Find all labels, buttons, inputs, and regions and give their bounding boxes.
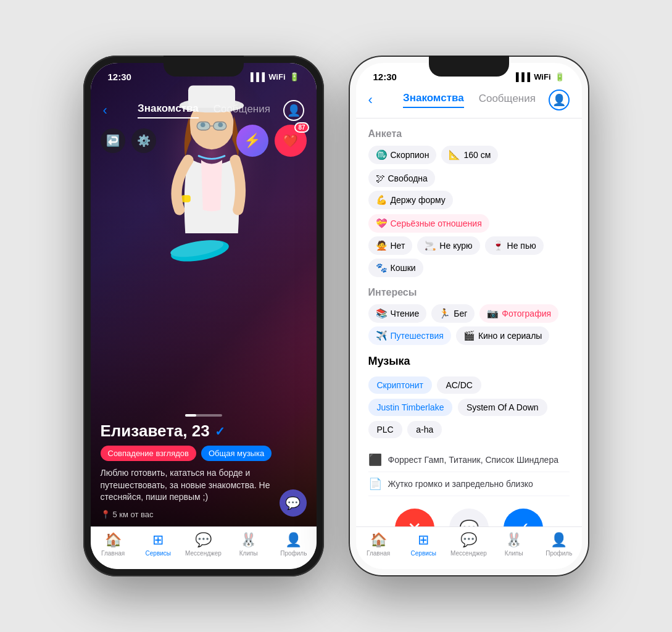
interests-title: Интересы [368,287,570,298]
profile-icon-right[interactable]: 👤 [549,89,570,110]
tag-status: 🕊Свободна [368,169,435,187]
music-tags-container: Скриптонит AC/DC Justin Timberlake Syste… [368,374,570,441]
media-books: 📄 Жутко громко и запредельно близко [368,472,570,496]
tab-messenger-right[interactable]: 💬 Мессенджер [450,532,487,557]
card-description: Люблю готовить, кататься на борде и путе… [101,467,307,504]
tab-home-label-right: Главная [367,550,390,557]
tag-children: 🙅Нет [368,236,413,255]
clips-icon-left: 🐰 [240,532,257,548]
tab-messenger-left[interactable]: 💬 Мессенджер [185,532,222,557]
tag-pets: 🐾Кошки [368,259,423,277]
signal-icon-right: ▐▐▐ [513,72,531,81]
time-right: 12:30 [373,72,397,82]
card-location: 📍 5 км от вас [101,510,307,519]
nav-header-right: ‹ Знакомства Сообщения 👤 [356,85,582,118]
signal-icon: ▐▐▐ [248,72,265,81]
left-phone: 12:30 ▐▐▐ WiFi 🔋 ‹ Знакомства Сообщения … [83,56,324,576]
card-name: Елизавета, 23 ✓ [101,422,307,441]
undo-button[interactable]: ↩️ [101,128,125,153]
profile-icon-tab-right: 👤 [550,532,567,548]
back-button-left[interactable]: ‹ [103,102,125,118]
interests-tags-row1: 📚Чтение 🏃Бег 📷Фотография [368,304,570,323]
tag-reading: 📚Чтение [368,304,427,323]
location-icon: 📍 [101,510,110,519]
card-action-right: ⚡ ❤️ 87 [236,125,307,157]
status-icons-right: ▐▐▐ WiFi 🔋 [513,72,565,81]
tab-services-label-right: Сервисы [411,550,436,557]
tab-bar-right: 🏠 Главная ⊞ Сервисы 💬 Мессенджер 🐰 Клипы… [356,526,582,569]
music-tag-skriptonit: Скриптонит [368,376,432,394]
tab-dating-right[interactable]: Знакомства [403,92,464,108]
heart-button[interactable]: ❤️ 87 [275,125,307,157]
status-icons-left: ▐▐▐ WiFi 🔋 [248,72,299,81]
anketa-tags-row2: 💪Держу форму 💝Серьёзные отношения [368,191,570,233]
music-tag-acdc: AC/DC [437,376,481,394]
tag-zodiac: ♏Скорпион [368,146,437,164]
verified-icon: ✓ [215,424,225,439]
right-phone: 12:30 ▐▐▐ WiFi 🔋 ‹ Знакомства Сообщения … [349,56,589,576]
accept-button[interactable]: ✓ [504,509,543,526]
tab-messenger-label-left: Мессенджер [185,550,222,557]
tab-clips-right[interactable]: 🐰 Клипы [496,532,533,557]
back-button-right[interactable]: ‹ [368,92,391,108]
media-section: ⬛ Форрест Гамп, Титаник, Список Шиндлера… [368,448,570,496]
books-text: Жутко громко и запредельно близко [388,479,533,489]
wifi-icon: WiFi [268,72,285,81]
tab-messages-right[interactable]: Сообщения [479,93,536,107]
anketa-title: Анкета [368,128,570,139]
heart-count: 87 [294,122,309,133]
tag-views: Совпадение взглядов [101,446,196,461]
tab-home-right[interactable]: 🏠 Главная [360,532,397,557]
tab-dating-left[interactable]: Знакомства [138,102,199,118]
tag-height: 📐160 см [441,146,498,164]
tab-home-label-left: Главная [101,550,125,557]
card-chat-button[interactable]: 💬 [280,489,307,517]
profile-icon-left[interactable]: 👤 [283,100,304,121]
home-icon-right: 🏠 [370,532,387,548]
books-icon: 📄 [368,477,382,491]
tab-services-left[interactable]: ⊞ Сервисы [139,532,176,557]
right-screen: 12:30 ▐▐▐ WiFi 🔋 ‹ Знакомства Сообщения … [356,63,582,569]
music-tag-plc: PLC [368,421,402,438]
tab-services-right[interactable]: ⊞ Сервисы [405,532,442,557]
music-tag-timberlake: Justin Timberlake [368,399,453,416]
services-icon-left: ⊞ [152,532,164,548]
tab-home-left[interactable]: 🏠 Главная [94,532,131,557]
wifi-icon-right: WiFi [534,72,550,81]
left-screen: 12:30 ▐▐▐ WiFi 🔋 ‹ Знакомства Сообщения … [91,63,317,569]
time-left: 12:30 [108,72,131,82]
reject-button[interactable]: ✕ [395,509,434,526]
profile-icon-tab-left: 👤 [285,532,302,548]
anketa-tags-row1: ♏Скорпион 📐160 см 🕊Свободна [368,146,570,187]
media-movies: ⬛ Форрест Гамп, Титаник, Список Шиндлера [368,448,570,472]
tab-messages-left[interactable]: Сообщения [214,103,270,118]
tab-clips-label-right: Клипы [505,550,523,557]
tab-profile-right[interactable]: 👤 Профиль [541,532,578,557]
interests-tags-row2: ✈️Путешествия 🎬Кино и сериалы [368,326,570,345]
tag-travel: ✈️Путешествия [368,326,451,345]
tag-fitness: 💪Держу форму [368,191,453,209]
boost-button[interactable]: ⚡ [236,125,268,157]
music-tag-aha: a-ha [407,421,442,438]
tag-cinema: 🎬Кино и сериалы [456,326,550,345]
tag-photo: 📷Фотография [479,304,558,323]
chat-action-button[interactable]: 💬 [449,509,489,526]
nav-tabs-right: Знакомства Сообщения [403,92,536,108]
filter-button[interactable]: ⚙️ [131,128,156,153]
heart-icon: ❤️ [283,133,298,148]
tab-profile-left[interactable]: 👤 Профиль [275,532,312,557]
notch [164,56,244,77]
boost-icon: ⚡ [244,133,260,149]
dating-card: ↩️ ⚙️ ⚡ ❤️ 87 [91,63,317,526]
chat-action-icon: 💬 [459,519,479,527]
profile-detail: Анкета ♏Скорпион 📐160 см 🕊Свободна 💪Держ… [356,118,582,526]
notch-right [429,56,509,77]
tab-bar-left: 🏠 Главная ⊞ Сервисы 💬 Мессенджер 🐰 Клипы… [91,526,317,569]
movies-text: Форрест Гамп, Титаник, Список Шиндлера [388,455,558,465]
music-tag-soad: System Of A Down [458,399,547,416]
tag-alcohol: 🍷Не пью [485,236,544,255]
tag-music: Общая музыка [201,446,272,461]
tab-profile-label-right: Профиль [545,550,572,557]
tab-clips-left[interactable]: 🐰 Клипы [230,532,267,557]
action-buttons: ✕ 💬 ✓ [368,496,570,526]
